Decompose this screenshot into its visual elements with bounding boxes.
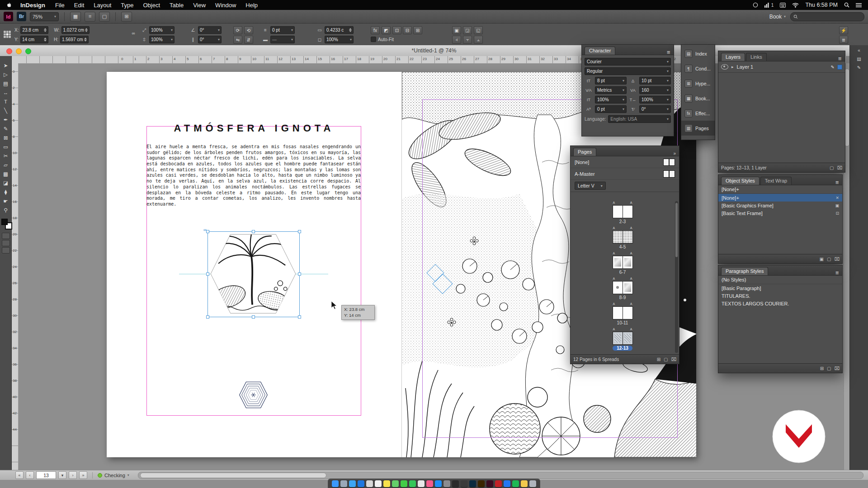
rotation-field[interactable]: 0°▾ xyxy=(198,26,222,34)
eyedropper-tool[interactable]: ⧫ xyxy=(1,188,11,197)
window-zoom-button[interactable] xyxy=(25,48,31,54)
edit-icon[interactable]: ✎ xyxy=(857,65,861,70)
flip-vertical-button[interactable]: ⇵ xyxy=(244,36,253,44)
drop-shadow-button[interactable]: ◩ xyxy=(382,26,391,34)
tab-layers[interactable]: Layers xyxy=(721,53,745,61)
tab-links[interactable]: Links xyxy=(746,53,767,61)
safari[interactable] xyxy=(349,480,356,487)
fit-content-button[interactable]: ⊡ xyxy=(392,26,401,34)
keyboard-switcher-icon[interactable] xyxy=(780,3,786,8)
menu-item[interactable]: Window xyxy=(215,2,236,9)
paragraph-style-item[interactable]: TITULARES. xyxy=(718,292,842,300)
panel-menu-icon[interactable]: ≣ xyxy=(838,56,842,61)
flip-horizontal-button[interactable]: ⇋ xyxy=(233,36,242,44)
bridge[interactable] xyxy=(461,480,467,487)
master-row[interactable]: [None] xyxy=(571,156,679,168)
panel-options-icon[interactable]: ▤ xyxy=(857,56,861,61)
paragraph-style-item[interactable]: [Basic Paragraph] xyxy=(718,284,842,292)
layer-visibility-icon[interactable] xyxy=(721,64,728,70)
effects-button[interactable]: fx xyxy=(371,26,380,34)
zoom-tool[interactable]: ⚲ xyxy=(1,206,11,215)
menubar-app-name[interactable]: InDesign xyxy=(20,2,45,9)
appstore[interactable] xyxy=(435,480,442,487)
delete-style-button[interactable]: ⌧ xyxy=(834,257,840,262)
object-style-icon[interactable]: ✕ xyxy=(835,196,839,200)
menu-item[interactable]: Table xyxy=(170,2,184,9)
gradient-feather-tool[interactable]: ◪ xyxy=(1,179,11,188)
pages-spread[interactable]: 12-13 xyxy=(571,327,675,351)
language-field[interactable]: English: USA▾ xyxy=(608,115,671,123)
zoom-level-dropdown[interactable]: 75%▾ xyxy=(30,12,59,21)
gradient-tool[interactable]: ▩ xyxy=(1,170,11,178)
next-page-button[interactable]: › xyxy=(69,471,77,479)
preferences[interactable] xyxy=(443,480,450,487)
pages-spread[interactable]: 10-11 xyxy=(571,302,675,325)
panel-dock-item[interactable]: fx Effec... xyxy=(681,106,715,121)
selection-tool[interactable]: ➤ xyxy=(1,61,11,70)
scale-y-field[interactable]: 100%▾ xyxy=(149,36,175,43)
tab-pages[interactable]: Pages xyxy=(573,148,596,156)
previous-page-button[interactable]: ‹ xyxy=(26,471,34,479)
ruler-origin[interactable] xyxy=(12,56,19,64)
object-style-item[interactable]: [None]+ ✕ xyxy=(718,194,842,202)
control-panel-menu-button[interactable]: ≣ xyxy=(839,36,848,44)
menu-item[interactable]: File xyxy=(55,2,65,9)
hexagon-logo[interactable] xyxy=(238,380,269,410)
notes[interactable] xyxy=(383,480,390,487)
skew-field[interactable]: 0°▾ xyxy=(639,105,671,113)
horizontal-scale-field[interactable]: 100%▾ xyxy=(639,96,671,103)
rectangle-tool[interactable]: ▭ xyxy=(1,143,11,151)
panel-menu-icon[interactable]: ≣ xyxy=(835,180,840,185)
delete-page-button[interactable]: ⌧ xyxy=(671,357,676,362)
tracking-field[interactable]: 160▾ xyxy=(639,86,671,94)
pages-spread[interactable]: 8-9 xyxy=(571,277,675,300)
horizontal-scrollbar-thumb[interactable] xyxy=(140,473,326,478)
launchpad[interactable] xyxy=(340,480,347,487)
spotlight-icon[interactable] xyxy=(844,2,849,8)
page-menu-button[interactable]: ▾ xyxy=(58,471,66,479)
tab-paragraph-styles[interactable]: Paragraph Styles xyxy=(721,267,768,275)
indesign[interactable] xyxy=(486,480,493,487)
align-right-button[interactable]: ⫠ xyxy=(474,36,483,44)
first-page-button[interactable]: « xyxy=(15,471,24,479)
chrome[interactable] xyxy=(521,480,528,487)
screen-mode-toggle[interactable] xyxy=(2,247,10,253)
window-minimize-button[interactable] xyxy=(16,48,22,54)
menu-item[interactable]: Edit xyxy=(74,2,84,9)
maps[interactable] xyxy=(392,480,399,487)
new-layer-button[interactable]: ▢ xyxy=(830,165,834,170)
menu-item[interactable]: Layout xyxy=(94,2,111,9)
line-tool[interactable]: ╲ xyxy=(1,107,11,115)
illustrator[interactable] xyxy=(478,480,485,487)
pages-scrollbar[interactable] xyxy=(675,201,678,353)
object-style-icon[interactable]: ⊡ xyxy=(835,211,839,216)
reference-point-proxy[interactable] xyxy=(4,31,11,38)
menu-item[interactable]: Help xyxy=(245,2,258,9)
shear-field[interactable]: 0°▾ xyxy=(198,36,222,43)
selection-handle[interactable] xyxy=(206,315,209,319)
search-input[interactable] xyxy=(800,14,861,20)
selection-handle[interactable] xyxy=(206,272,209,276)
calendar[interactable] xyxy=(375,480,382,487)
width-field[interactable]: 1.0272 cm xyxy=(61,26,90,34)
rotate-ccw-button[interactable]: ⟲ xyxy=(244,26,253,34)
layer-selection-square[interactable] xyxy=(837,65,842,70)
document-arrange-button[interactable]: ⊞ xyxy=(121,12,132,22)
stroke-weight-field[interactable]: 0 pt▾ xyxy=(270,26,295,34)
wrap-object-button[interactable]: ◱ xyxy=(474,26,483,34)
menu-item[interactable]: Type xyxy=(121,2,133,9)
font-style-field[interactable]: Regular▾ xyxy=(585,67,671,75)
spotify[interactable] xyxy=(512,480,519,487)
photos[interactable] xyxy=(418,480,425,487)
window-close-button[interactable] xyxy=(6,48,12,54)
menu-item[interactable]: Object xyxy=(143,2,160,9)
finder[interactable] xyxy=(332,480,339,487)
vertical-ruler[interactable]: 0246810121416182022242628303234363840424… xyxy=(12,63,19,470)
object-style-item[interactable]: [Basic Text Frame] ⊡ xyxy=(718,209,842,217)
new-style-group-button[interactable]: ⊞ xyxy=(820,366,824,371)
recording-watermark-badge[interactable] xyxy=(771,409,826,464)
kerning-field[interactable]: Metrics▾ xyxy=(595,86,627,94)
edit-page-size-button[interactable]: ⊞ xyxy=(657,357,660,362)
music[interactable] xyxy=(426,480,433,487)
fill-swatch[interactable] xyxy=(1,219,8,225)
